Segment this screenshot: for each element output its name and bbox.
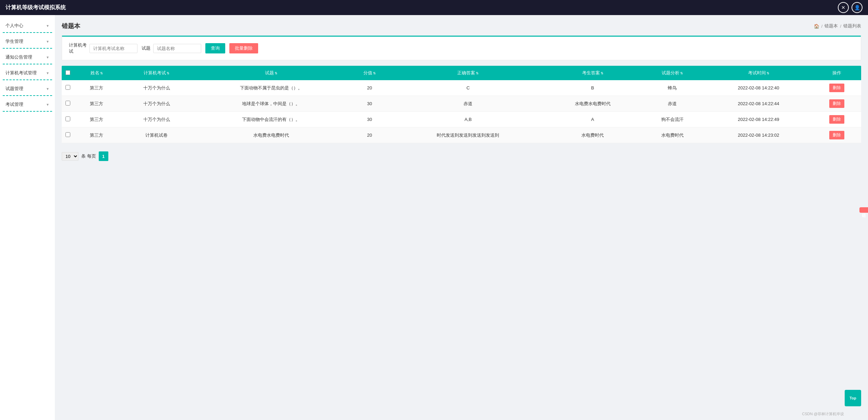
row-question-0: 下面动物不属于昆虫的是（）。 — [194, 80, 348, 96]
breadcrumb-wrongbook[interactable]: 错题本 — [824, 23, 838, 29]
breadcrumb-sep-2: / — [840, 24, 841, 29]
row-checkbox-2[interactable] — [65, 116, 70, 121]
row-actions-1: 删除 — [812, 96, 861, 112]
row-checkbox-cell — [62, 80, 74, 96]
data-table-container: 姓名⇅ 计算机考试⇅ 试题⇅ 分值⇅ 正确答案⇅ 考生答案⇅ 试题分析⇅ 考试时… — [62, 66, 861, 143]
col-correct-answer: 正确答案⇅ — [391, 66, 545, 80]
sidebar-item-question[interactable]: 试题管理 ▼ — [0, 82, 55, 95]
col-exam-time: 考试时间⇅ — [705, 66, 812, 80]
close-icon-btn[interactable]: ✕ — [838, 2, 849, 13]
filter-group-question: 试题 — [142, 44, 201, 53]
sidebar-item-notice[interactable]: 通知公告管理 ▼ — [0, 51, 55, 64]
col-exam: 计算机考试⇅ — [119, 66, 194, 80]
per-page-label: 条 每页 — [81, 153, 96, 159]
row-score-0: 20 — [348, 80, 391, 96]
sidebar-divider-6 — [3, 111, 52, 112]
delete-button-2[interactable]: 删除 — [829, 115, 844, 124]
table-row: 第三方 计算机试卷 水电费水电费时代 20 时代发送到发送到发送到发送到 水电费… — [62, 127, 861, 143]
table-row: 第三方 十万个为什么 地球是个球体，中间是（）。 30 赤道 水电费水电费时代 … — [62, 96, 861, 112]
row-question-2: 下面动物中会流汗的有（）。 — [194, 112, 348, 127]
sidebar-item-personal[interactable]: 个人中心 ▼ — [0, 19, 55, 32]
delete-button-1[interactable]: 删除 — [829, 99, 844, 108]
filter-label-question: 试题 — [142, 45, 150, 51]
sidebar: 个人中心 ▼ 学生管理 ▼ 通知公告管理 ▼ 计算机考试管理 ▼ 试题管理 ▼ … — [0, 15, 55, 420]
sidebar-divider-5 — [3, 95, 52, 96]
select-all-header — [62, 66, 74, 80]
row-analysis-2: 狗不会流汗 — [640, 112, 705, 127]
col-actions: 操作 — [812, 66, 861, 80]
sidebar-label-student: 学生管理 — [5, 38, 23, 45]
table-row: 第三方 十万个为什么 下面动物中会流汗的有（）。 30 A,B A 狗不会流汗 … — [62, 112, 861, 127]
filter-input-exam[interactable] — [89, 44, 137, 53]
pagination-area: 10 20 50 条 每页 1 — [62, 149, 861, 164]
batch-delete-button[interactable]: 批量删除 — [229, 43, 258, 53]
table-header-row: 姓名⇅ 计算机考试⇅ 试题⇅ 分值⇅ 正确答案⇅ 考生答案⇅ 试题分析⇅ 考试时… — [62, 66, 861, 80]
col-analysis: 试题分析⇅ — [640, 66, 705, 80]
row-score-1: 30 — [348, 96, 391, 112]
table-row: 第三方 十万个为什么 下面动物不属于昆虫的是（）。 20 C B 蜂鸟 2022… — [62, 80, 861, 96]
top-button[interactable]: Top — [845, 390, 861, 406]
sidebar-item-computer-exam[interactable]: 计算机考试管理 ▼ — [0, 66, 55, 79]
sidebar-label-computer-exam: 计算机考试管理 — [5, 70, 37, 76]
filter-box: 计算机考试 试题 查询 批量删除 — [62, 36, 861, 60]
sidebar-divider-2 — [3, 48, 52, 49]
filter-input-question[interactable] — [153, 44, 201, 53]
row-checkbox-1[interactable] — [65, 101, 70, 106]
sidebar-divider-3 — [3, 64, 52, 64]
filter-label-exam: 计算机考试 — [69, 42, 87, 54]
row-checkbox-cell — [62, 96, 74, 112]
chevron-personal: ▼ — [46, 24, 49, 28]
row-student-answer-3: 水电费时代 — [545, 127, 640, 143]
row-checkbox-0[interactable] — [65, 85, 70, 90]
row-exam-time-0: 2022-02-08 14:22:40 — [705, 80, 812, 96]
row-checkbox-cell — [62, 127, 74, 143]
delete-button-3[interactable]: 删除 — [829, 131, 844, 139]
sidebar-item-test[interactable]: 考试管理 ▼ — [0, 98, 55, 111]
row-analysis-0: 蜂鸟 — [640, 80, 705, 96]
sidebar-label-personal: 个人中心 — [5, 23, 23, 29]
page-title: 错题本 — [62, 22, 80, 30]
row-student-answer-1: 水电费水电费时代 — [545, 96, 640, 112]
row-checkbox-cell — [62, 112, 74, 127]
breadcrumb-current: 错题列表 — [843, 23, 861, 29]
row-exam-time-1: 2022-02-08 14:22:44 — [705, 96, 812, 112]
footer-watermark: CSDN @菲林计算机毕设 — [802, 411, 844, 417]
query-button[interactable]: 查询 — [205, 43, 225, 53]
chevron-notice: ▼ — [46, 55, 49, 59]
sidebar-item-student[interactable]: 学生管理 ▼ — [0, 35, 55, 48]
sidebar-label-question: 试题管理 — [5, 86, 23, 92]
chevron-computer-exam: ▼ — [46, 71, 49, 75]
row-actions-2: 删除 — [812, 112, 861, 127]
row-exam-time-3: 2022-02-08 14:23:02 — [705, 127, 812, 143]
row-question-1: 地球是个球体，中间是（）。 — [194, 96, 348, 112]
main-layout: 个人中心 ▼ 学生管理 ▼ 通知公告管理 ▼ 计算机考试管理 ▼ 试题管理 ▼ … — [0, 15, 868, 420]
sidebar-divider-4 — [3, 79, 52, 80]
row-name-3: 第三方 — [74, 127, 119, 143]
user-icon-btn[interactable]: 👤 — [852, 2, 863, 13]
select-all-checkbox[interactable] — [65, 70, 70, 75]
right-tab[interactable]: 错题 — [859, 207, 868, 213]
page-1-button[interactable]: 1 — [99, 151, 108, 161]
row-checkbox-3[interactable] — [65, 132, 70, 137]
delete-button-0[interactable]: 删除 — [829, 84, 844, 92]
chevron-test: ▼ — [46, 103, 49, 107]
row-exam-0: 十万个为什么 — [119, 80, 194, 96]
breadcrumb-home[interactable]: 🏠 — [814, 24, 819, 29]
row-exam-1: 十万个为什么 — [119, 96, 194, 112]
header-actions: ✕ 👤 — [838, 2, 863, 13]
row-exam-3: 计算机试卷 — [119, 127, 194, 143]
row-student-answer-0: B — [545, 80, 640, 96]
row-correct-answer-3: 时代发送到发送到发送到发送到 — [391, 127, 545, 143]
row-correct-answer-1: 赤道 — [391, 96, 545, 112]
col-name: 姓名⇅ — [74, 66, 119, 80]
row-exam-time-2: 2022-02-08 14:22:49 — [705, 112, 812, 127]
row-name-1: 第三方 — [74, 96, 119, 112]
app-header: 计算机等级考试模拟系统 ✕ 👤 — [0, 0, 868, 15]
per-page-select[interactable]: 10 20 50 — [62, 152, 79, 161]
row-analysis-3: 水电费时代 — [640, 127, 705, 143]
col-student-answer: 考生答案⇅ — [545, 66, 640, 80]
data-table: 姓名⇅ 计算机考试⇅ 试题⇅ 分值⇅ 正确答案⇅ 考生答案⇅ 试题分析⇅ 考试时… — [62, 66, 861, 143]
app-title: 计算机等级考试模拟系统 — [5, 4, 66, 11]
row-question-3: 水电费水电费时代 — [194, 127, 348, 143]
row-name-0: 第三方 — [74, 80, 119, 96]
